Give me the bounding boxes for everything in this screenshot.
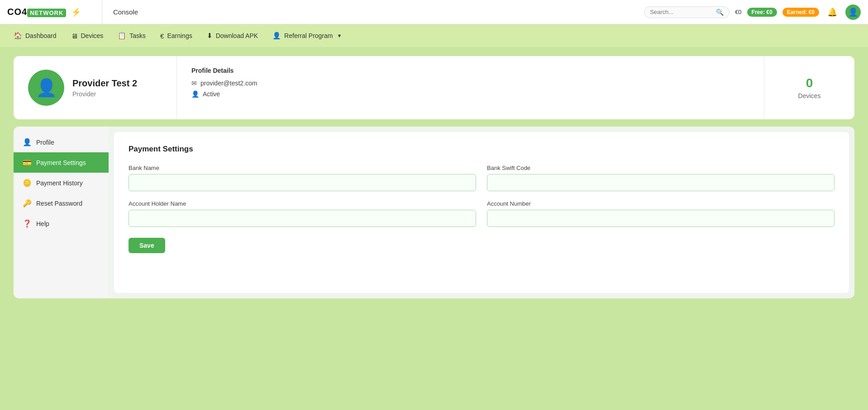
form-row-2: Account Holder Name Account Number	[129, 200, 835, 227]
swift-code-group: Bank Swift Code	[487, 165, 835, 191]
nav-dashboard[interactable]: 🏠 Dashboard	[14, 29, 57, 42]
profile-status-row: 👤 Active	[191, 90, 749, 98]
logo: CO4NETWORK ⚡	[7, 7, 81, 17]
earned-badge: Earned: €0	[782, 8, 819, 17]
free-badge: Free: €0	[747, 8, 777, 17]
account-holder-label: Account Holder Name	[129, 200, 476, 207]
balance-display: €0	[735, 9, 741, 15]
nav-download-apk[interactable]: ⬇ Download APK	[207, 29, 258, 42]
sidebar-payment-history-label: Payment History	[36, 179, 83, 187]
sidebar-reset-password-label: Reset Password	[36, 200, 82, 207]
settings-sidebar: 👤 Profile 💳 Payment Settings 🪙 Payment H…	[14, 127, 109, 298]
help-icon: ❓	[23, 219, 32, 228]
profile-card: 👤 Provider Test 2 Provider Profile Detai…	[14, 56, 854, 119]
email-icon: ✉	[191, 80, 197, 87]
top-bar: CO4NETWORK ⚡ Console 🔍 €0 Free: €0 Earne…	[0, 0, 868, 24]
chevron-down-icon: ▼	[337, 33, 342, 38]
bell-icon: 🔔	[827, 7, 837, 17]
sidebar-help-label: Help	[36, 220, 49, 227]
account-number-group: Account Number	[487, 200, 835, 227]
logo-area: CO4NETWORK ⚡	[7, 0, 102, 24]
nav-dashboard-label: Dashboard	[25, 32, 57, 39]
sidebar-item-payment-history[interactable]: 🪙 Payment History	[14, 173, 109, 193]
nav-tasks-label: Tasks	[129, 32, 146, 39]
sidebar-profile-label: Profile	[36, 139, 54, 146]
settings-wrapper: 👤 Profile 💳 Payment Settings 🪙 Payment H…	[14, 127, 854, 298]
profile-details: Profile Details ✉ provider@test2.com 👤 A…	[176, 56, 764, 119]
profile-status: Active	[203, 90, 220, 98]
form-row-1: Bank Name Bank Swift Code	[129, 165, 835, 191]
bank-name-group: Bank Name	[129, 165, 476, 191]
profile-left: 👤 Provider Test 2 Provider	[14, 56, 176, 119]
bank-name-input[interactable]	[129, 174, 476, 191]
search-icon: 🔍	[716, 9, 724, 16]
search-box: 🔍	[644, 6, 730, 18]
logo-co4: CO4	[7, 7, 27, 17]
tasks-icon: 📋	[118, 32, 126, 40]
sidebar-item-profile[interactable]: 👤 Profile	[14, 132, 109, 152]
swift-code-label: Bank Swift Code	[487, 165, 835, 171]
bank-name-label: Bank Name	[129, 165, 476, 171]
nav-referral-program[interactable]: 👤 Referral Program ▼	[272, 29, 342, 42]
payment-settings-icon: 💳	[23, 158, 32, 167]
sidebar-payment-settings-label: Payment Settings	[36, 159, 86, 166]
nav-devices[interactable]: 🖥 Devices	[71, 29, 104, 42]
profile-role: Provider	[72, 90, 137, 98]
account-number-input[interactable]	[487, 210, 835, 227]
devices-label: Devices	[798, 92, 821, 99]
avatar: 👤	[28, 70, 64, 106]
profile-name: Provider Test 2	[72, 78, 137, 89]
sub-nav: 🏠 Dashboard 🖥 Devices 📋 Tasks € Earnings…	[0, 24, 868, 47]
profile-details-title: Profile Details	[191, 67, 749, 74]
avatar-person-icon: 👤	[36, 78, 57, 98]
nav-earnings[interactable]: € Earnings	[160, 29, 192, 42]
nav-devices-label: Devices	[81, 32, 104, 39]
nav-referral-label: Referral Program	[284, 32, 333, 39]
account-holder-input[interactable]	[129, 210, 476, 227]
payment-settings-main: Payment Settings Bank Name Bank Swift Co…	[114, 132, 849, 293]
console-label: Console	[102, 8, 138, 16]
sidebar-item-payment-settings[interactable]: 💳 Payment Settings	[14, 152, 109, 173]
profile-info: Provider Test 2 Provider	[72, 78, 137, 98]
swift-code-input[interactable]	[487, 174, 835, 191]
account-number-label: Account Number	[487, 200, 835, 207]
profile-stats: 0 Devices	[764, 56, 854, 119]
profile-email-row: ✉ provider@test2.com	[191, 80, 749, 87]
avatar-icon: 👤	[848, 7, 858, 17]
save-button[interactable]: Save	[129, 238, 165, 253]
status-icon: 👤	[191, 90, 199, 98]
devices-count: 0	[806, 76, 813, 90]
devices-icon: 🖥	[71, 32, 78, 40]
payment-history-icon: 🪙	[23, 179, 32, 187]
earnings-icon: €	[160, 32, 164, 40]
search-input[interactable]	[650, 9, 713, 15]
user-avatar[interactable]: 👤	[845, 5, 861, 20]
nav-tasks[interactable]: 📋 Tasks	[118, 29, 146, 42]
payment-settings-title: Payment Settings	[129, 145, 835, 154]
profile-sidebar-icon: 👤	[23, 138, 32, 146]
top-bar-right: 🔍 €0 Free: €0 Earned: €0 🔔 👤	[644, 5, 861, 20]
download-icon: ⬇	[207, 32, 213, 40]
reset-password-icon: 🔑	[23, 199, 32, 207]
nav-earnings-label: Earnings	[167, 32, 192, 39]
notifications-bell[interactable]: 🔔	[825, 5, 840, 20]
dashboard-icon: 🏠	[14, 32, 22, 40]
logo-network: NETWORK	[27, 9, 66, 17]
sidebar-item-reset-password[interactable]: 🔑 Reset Password	[14, 193, 109, 213]
account-holder-group: Account Holder Name	[129, 200, 476, 227]
profile-email: provider@test2.com	[200, 80, 257, 87]
main-content: 👤 Provider Test 2 Provider Profile Detai…	[0, 47, 868, 307]
sidebar-item-help[interactable]: ❓ Help	[14, 213, 109, 234]
referral-icon: 👤	[272, 32, 281, 40]
nav-download-label: Download APK	[216, 32, 258, 39]
